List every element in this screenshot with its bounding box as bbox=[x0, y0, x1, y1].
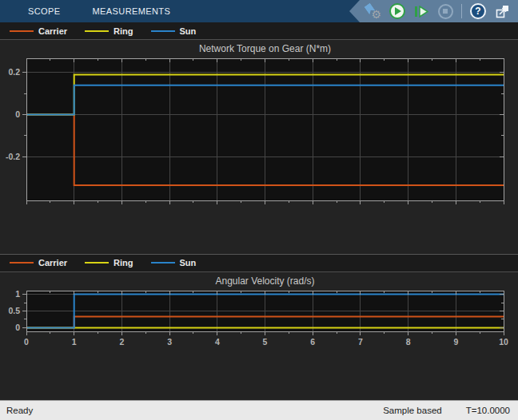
sim-time-text: T=10.0000 bbox=[466, 406, 510, 415]
tab-scope[interactable]: SCOPE bbox=[28, 0, 61, 22]
x-tick-label: 6 bbox=[310, 337, 315, 347]
x-tick-label: 2 bbox=[119, 337, 124, 347]
x-tick-label: 3 bbox=[167, 337, 172, 347]
plot-title: Angular Velocity (rad/s) bbox=[215, 275, 314, 287]
legend-line-icon bbox=[10, 30, 34, 32]
quick-access-toolbar: ⚙ ? bbox=[349, 0, 518, 22]
legend-item-carrier[interactable]: Carrier bbox=[10, 258, 67, 267]
gear-icon: ⚙ bbox=[371, 9, 381, 20]
legend-item-ring[interactable]: Ring bbox=[85, 258, 133, 267]
y-tick-label: 0.2 bbox=[8, 67, 20, 77]
toolbar-divider bbox=[461, 4, 462, 18]
x-tick-label: 5 bbox=[263, 337, 268, 347]
legend-item-carrier[interactable]: Carrier bbox=[10, 26, 67, 36]
y-tick-label: 0.5 bbox=[8, 306, 20, 315]
plot-canvas[interactable]: 0.20-0.2Network Torque on Gear (N*m) bbox=[0, 40, 518, 211]
x-tick-label: 10 bbox=[499, 337, 508, 347]
legend-line-icon bbox=[85, 262, 109, 263]
y-tick-label: -0.2 bbox=[6, 152, 20, 161]
legend-item-ring[interactable]: Ring bbox=[85, 26, 133, 36]
legend-item-sun[interactable]: Sun bbox=[151, 26, 197, 36]
plot-torque[interactable]: 0.20-0.2Network Torque on Gear (N*m) bbox=[0, 40, 518, 254]
sample-mode-text: Sample based bbox=[383, 406, 442, 415]
legend-item-sun[interactable]: Sun bbox=[151, 258, 197, 267]
step-forward-icon[interactable] bbox=[413, 3, 429, 19]
popout-icon[interactable] bbox=[494, 3, 510, 19]
legend-label: Ring bbox=[114, 26, 133, 36]
x-tick-label: 7 bbox=[358, 337, 363, 347]
plot-velocity[interactable]: 01234567891010.50Angular Velocity (rad/s… bbox=[0, 272, 518, 401]
stop-icon[interactable] bbox=[437, 3, 453, 19]
tab-measurements[interactable]: MEASUREMENTS bbox=[93, 0, 171, 22]
status-text: Ready bbox=[6, 406, 33, 415]
status-bar: Ready Sample based T=10.0000 bbox=[0, 400, 518, 420]
legend-strip-velocity: CarrierRingSun bbox=[0, 254, 518, 272]
legend-label: Carrier bbox=[38, 26, 67, 36]
y-tick-label: 0 bbox=[15, 322, 20, 331]
legend-line-icon bbox=[85, 30, 109, 32]
legend-label: Sun bbox=[180, 26, 197, 36]
help-icon[interactable]: ? bbox=[470, 3, 486, 19]
x-tick-label: 4 bbox=[215, 337, 220, 347]
legend-line-icon bbox=[151, 30, 175, 32]
x-tick-label: 9 bbox=[453, 337, 458, 347]
run-icon[interactable] bbox=[389, 3, 405, 19]
toolstrip-tabs: SCOPE MEASUREMENTS bbox=[0, 0, 170, 22]
legend-line-icon bbox=[151, 262, 175, 263]
legend-label: Ring bbox=[114, 258, 133, 267]
x-tick-label: 1 bbox=[72, 337, 77, 347]
legend-label: Carrier bbox=[38, 258, 67, 267]
y-tick-label: 1 bbox=[15, 289, 20, 299]
simulation-settings-icon[interactable]: ⚙ bbox=[365, 3, 381, 19]
legend-strip-torque: CarrierRingSun bbox=[0, 22, 518, 40]
plot-title: Network Torque on Gear (N*m) bbox=[199, 43, 331, 54]
legend-label: Sun bbox=[180, 258, 197, 267]
x-tick-label: 8 bbox=[406, 337, 411, 347]
plot-canvas[interactable]: 01234567891010.50Angular Velocity (rad/s… bbox=[0, 272, 518, 358]
toolbar: SCOPE MEASUREMENTS ⚙ ? bbox=[0, 0, 518, 22]
x-tick-label: 0 bbox=[24, 337, 29, 347]
y-tick-label: 0 bbox=[15, 109, 20, 119]
legend-line-icon bbox=[10, 262, 34, 263]
scope-window: SCOPE MEASUREMENTS ⚙ ? bbox=[0, 0, 518, 420]
